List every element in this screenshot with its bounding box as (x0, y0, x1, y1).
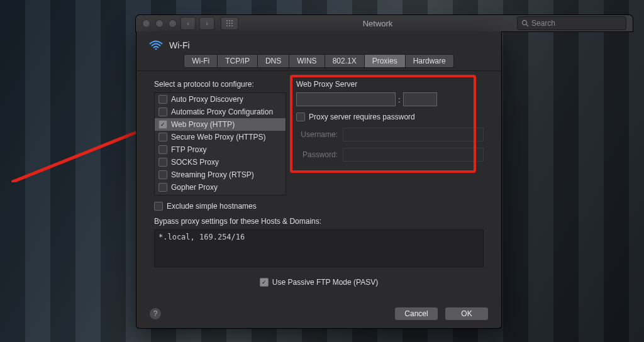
protocol-checkbox[interactable] (158, 108, 167, 116)
tab-8021x[interactable]: 802.1X (325, 55, 365, 67)
tab-wifi[interactable]: Wi-Fi (184, 55, 218, 67)
protocol-list[interactable]: Auto Proxy DiscoveryAutomatic Proxy Conf… (154, 92, 286, 196)
apps-grid-button[interactable] (221, 17, 238, 30)
requires-password-label: Proxy server requires password (309, 113, 415, 121)
protocol-checkbox[interactable] (158, 170, 167, 179)
protocol-item[interactable]: ✓Web Proxy (HTTP) (155, 118, 286, 131)
tab-bar: Wi-FiTCP/IPDNSWINS802.1XProxiesHardware (184, 54, 453, 68)
protocol-checkbox[interactable] (158, 95, 167, 104)
cancel-button[interactable]: Cancel (394, 307, 438, 321)
zoom-dot[interactable] (169, 19, 177, 28)
exclude-hostnames-checkbox[interactable] (154, 202, 163, 211)
pasv-checkbox[interactable]: ✓ (260, 278, 269, 287)
protocol-label: Select a protocol to configure: (154, 80, 286, 89)
protocol-label: Auto Proxy Discovery (171, 95, 243, 104)
protocol-checkbox[interactable] (158, 183, 167, 192)
exclude-hostnames-label: Exclude simple hostnames (167, 202, 257, 211)
grid-icon (226, 19, 233, 27)
protocol-checkbox[interactable]: ✓ (158, 120, 167, 129)
search-icon (521, 19, 529, 27)
protocol-item[interactable]: Automatic Proxy Configuration (155, 106, 286, 118)
tab-tcpip[interactable]: TCP/IP (218, 55, 258, 67)
proxy-port-input[interactable] (403, 92, 437, 106)
password-input (343, 148, 484, 162)
proxy-server-heading: Web Proxy Server (296, 80, 484, 89)
preferences-window: Wi-Fi Wi-FiTCP/IPDNSWINS802.1XProxiesHar… (136, 31, 502, 329)
forward-button[interactable]: › (199, 17, 214, 30)
protocol-checkbox[interactable] (158, 133, 167, 141)
pasv-label: Use Passive FTP Mode (PASV) (272, 278, 378, 287)
tab-hardware[interactable]: Hardware (406, 55, 453, 67)
bypass-label: Bypass proxy settings for these Hosts & … (154, 217, 484, 226)
protocol-item[interactable]: Secure Web Proxy (HTTPS) (155, 131, 286, 143)
back-button[interactable]: ‹ (180, 17, 196, 30)
protocol-item[interactable]: Auto Proxy Discovery (155, 93, 286, 106)
protocol-item[interactable]: FTP Proxy (155, 143, 286, 156)
requires-password-checkbox[interactable] (296, 113, 305, 121)
password-label: Password: (296, 150, 338, 159)
username-label: Username: (296, 130, 338, 139)
svg-line-3 (526, 25, 528, 26)
bypass-textarea[interactable] (154, 229, 484, 267)
minimize-dot[interactable] (155, 19, 164, 28)
interface-title: Wi-Fi (169, 40, 190, 50)
svg-point-2 (523, 21, 527, 25)
protocol-label: Automatic Proxy Configuration (171, 108, 273, 116)
wifi-icon (149, 40, 163, 50)
protocol-checkbox[interactable] (158, 158, 167, 167)
protocol-item[interactable]: Gopher Proxy (155, 181, 286, 194)
search-placeholder: Search (531, 19, 555, 28)
protocol-label: Gopher Proxy (171, 183, 218, 192)
protocol-checkbox[interactable] (158, 145, 167, 154)
username-input (343, 128, 484, 141)
protocol-label: Web Proxy (HTTP) (171, 120, 235, 129)
tab-proxies[interactable]: Proxies (365, 55, 406, 67)
tab-dns[interactable]: DNS (258, 55, 289, 67)
host-port-separator: : (398, 95, 401, 104)
traffic-lights[interactable] (142, 19, 177, 28)
protocol-label: FTP Proxy (171, 145, 206, 154)
protocol-label: Secure Web Proxy (HTTPS) (171, 133, 265, 141)
protocol-label: SOCKS Proxy (171, 158, 219, 167)
tab-wins[interactable]: WINS (289, 55, 325, 67)
ok-button[interactable]: OK (445, 307, 489, 321)
close-dot[interactable] (142, 19, 150, 28)
window-toolbar: ‹ › Network Search (136, 15, 633, 31)
protocol-label: Streaming Proxy (RTSP) (171, 170, 254, 179)
protocol-item[interactable]: Streaming Proxy (RTSP) (155, 168, 286, 181)
search-field[interactable]: Search (517, 16, 626, 30)
protocol-item[interactable]: SOCKS Proxy (155, 156, 286, 168)
svg-point-4 (155, 48, 157, 50)
help-button[interactable]: ? (149, 307, 162, 320)
proxy-host-input[interactable] (296, 92, 396, 106)
window-title: Network (242, 19, 513, 28)
